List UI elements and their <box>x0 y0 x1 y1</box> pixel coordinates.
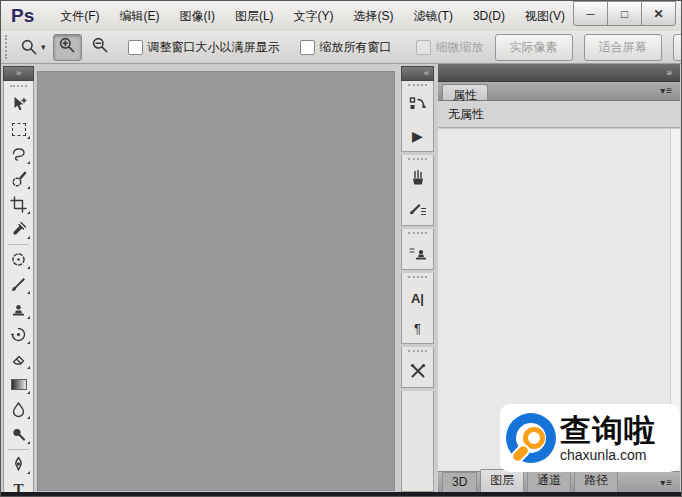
history-icon <box>408 95 428 118</box>
fill-screen-button[interactable]: 填充屏幕 <box>673 34 681 61</box>
tab-channels[interactable]: 通道 <box>527 469 571 492</box>
checkbox-icon <box>128 40 143 55</box>
menu-edit[interactable]: 编辑(E) <box>110 8 170 25</box>
lasso-tool[interactable] <box>4 142 33 167</box>
eyedropper-icon <box>10 221 27 238</box>
toolbar-expand-button[interactable]: » <box>3 66 34 81</box>
document-canvas-area[interactable] <box>37 71 395 491</box>
menu-file[interactable]: 文件(F) <box>50 8 109 25</box>
dock-grip[interactable] <box>408 350 427 355</box>
tab-3d[interactable]: 3D <box>442 472 477 492</box>
blur-tool[interactable] <box>4 397 33 422</box>
magnifier-icon <box>20 38 38 56</box>
spot-healing-icon <box>10 251 27 268</box>
double-arrow-icon: « <box>424 68 429 79</box>
tab-layers[interactable]: 图层 <box>480 469 524 492</box>
crossed-tools-icon <box>408 361 428 384</box>
paragraph-icon: ¶ <box>414 321 421 336</box>
type-icon: T <box>13 482 23 492</box>
clone-stamp-tool[interactable] <box>4 297 33 322</box>
brush-presets-panel-button[interactable] <box>402 195 433 225</box>
history-brush-icon <box>10 326 27 343</box>
dock-grip[interactable] <box>408 276 427 281</box>
maximize-icon: □ <box>621 7 628 21</box>
dock-empty-area <box>401 391 434 492</box>
eraser-tool[interactable] <box>4 347 33 372</box>
dodge-tool[interactable] <box>4 422 33 447</box>
actions-panel-button[interactable]: ▶ <box>402 121 433 151</box>
minimize-button[interactable]: ─ <box>573 1 608 26</box>
panel-collapse-button[interactable]: » <box>438 64 680 82</box>
history-brush-tool[interactable] <box>4 322 33 347</box>
zoom-out-icon <box>91 36 109 58</box>
zoom-out-button[interactable] <box>87 35 114 60</box>
crop-icon <box>10 196 27 213</box>
ps-logo: Ps <box>11 5 34 27</box>
eraser-icon <box>10 351 27 368</box>
spot-healing-brush-tool[interactable] <box>4 247 33 272</box>
menu-view[interactable]: 视图(V) <box>515 8 575 25</box>
crop-tool[interactable] <box>4 192 33 217</box>
toolbar-grip[interactable] <box>10 85 28 90</box>
menu-image[interactable]: 图像(I) <box>170 8 225 25</box>
move-tool[interactable] <box>4 92 33 117</box>
fit-screen-button[interactable]: 适合屏幕 <box>584 34 662 61</box>
dock-grip[interactable] <box>408 232 427 237</box>
history-panel-button[interactable] <box>402 91 433 121</box>
rectangular-marquee-tool[interactable] <box>4 117 33 142</box>
flyout-indicator <box>27 366 30 369</box>
eyedropper-tool[interactable] <box>4 217 33 242</box>
menu-type[interactable]: 文字(Y) <box>284 8 344 25</box>
menu-filter[interactable]: 滤镜(T) <box>404 8 463 25</box>
menu-3d[interactable]: 3D(D) <box>463 9 515 23</box>
right-panel-dock: » 属性 ▾≡ 无属性 查询啦 chaxunla.com <box>438 64 680 492</box>
properties-empty-message: 无属性 <box>438 101 680 128</box>
lasso-icon <box>10 146 27 163</box>
dock-group-tool-presets <box>401 347 434 388</box>
maximize-button[interactable]: □ <box>607 1 642 26</box>
type-tool[interactable]: T <box>4 477 33 492</box>
zoom-in-icon <box>58 36 76 58</box>
zoom-in-button[interactable] <box>53 34 82 61</box>
zoom-all-windows-checkbox[interactable]: 缩放所有窗口 <box>300 39 392 56</box>
dock-grip[interactable] <box>408 158 427 163</box>
flyout-indicator <box>27 391 30 394</box>
character-panel-button[interactable]: A| <box>402 283 433 313</box>
window-bottom-border <box>1 492 681 496</box>
watermark-text: 查询啦 chaxunla.com <box>560 415 656 462</box>
no-properties-label: 无属性 <box>448 106 484 123</box>
window-controls: ─ □ ✕ <box>574 1 676 26</box>
panel-menu-icon[interactable]: ▾≡ <box>660 477 673 488</box>
paragraph-panel-button[interactable]: ¶ <box>402 313 433 343</box>
gradient-icon <box>11 379 27 390</box>
tab-properties[interactable]: 属性 <box>442 84 488 100</box>
logo-magnifier-lens <box>523 427 545 449</box>
options-bar: ▾ 调整窗口大小以满屏显示 缩放所有窗口 细微缩放 实际像素 适合屏幕 填充屏幕 <box>1 31 681 64</box>
collapsed-panel-dock: « ▶ <box>401 66 434 492</box>
options-bar-grip[interactable] <box>5 35 10 59</box>
menu-select[interactable]: 选择(S) <box>344 8 404 25</box>
tool-separator <box>8 449 29 450</box>
panel-menu-icon[interactable]: ▾≡ <box>660 85 673 96</box>
tool-presets-panel-button[interactable] <box>402 357 433 387</box>
flyout-indicator <box>27 136 30 139</box>
menu-layer[interactable]: 图层(L) <box>225 8 284 25</box>
tab-paths[interactable]: 路径 <box>574 469 618 492</box>
quick-selection-tool[interactable] <box>4 167 33 192</box>
zoom-tool-preset[interactable]: ▾ <box>20 38 46 56</box>
close-icon: ✕ <box>653 7 663 21</box>
dock-grip[interactable] <box>408 84 427 89</box>
close-button[interactable]: ✕ <box>641 1 676 26</box>
brush-tool[interactable] <box>4 272 33 297</box>
resize-window-label: 调整窗口大小以满屏显示 <box>148 39 280 56</box>
resize-window-checkbox[interactable]: 调整窗口大小以满屏显示 <box>128 39 280 56</box>
dock-expand-button[interactable]: « <box>401 66 434 81</box>
gradient-tool[interactable] <box>4 372 33 397</box>
chaxunla-logo-icon <box>505 412 557 464</box>
move-icon <box>10 96 27 113</box>
actual-pixels-button[interactable]: 实际像素 <box>495 34 573 61</box>
pen-tool[interactable] <box>4 452 33 477</box>
brush-panel-button[interactable] <box>402 165 433 195</box>
clone-source-panel-button[interactable] <box>402 239 433 269</box>
flyout-indicator <box>27 266 30 269</box>
